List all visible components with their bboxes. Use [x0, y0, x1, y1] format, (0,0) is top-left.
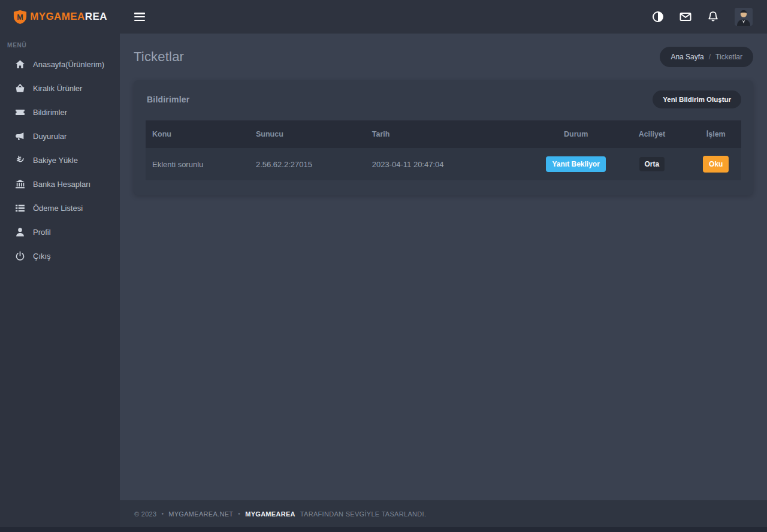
list-icon — [15, 203, 25, 213]
footer-site-link[interactable]: MYGAMEAREA.NET — [168, 510, 233, 518]
brand-name: MYGAMEAREA — [30, 11, 107, 23]
brand-shield-icon: M — [13, 10, 28, 25]
app-window: M MYGAMEAREA MENÜ Anasayfa(Ürünlerim) Ki… — [0, 0, 767, 527]
sidebar-item-label: Ödeme Listesi — [33, 204, 83, 213]
sidebar-item-odeme-listesi[interactable]: Ödeme Listesi — [0, 196, 120, 220]
sidebar-item-label: Duyurular — [33, 132, 67, 141]
content: Ticketlar Ana Sayfa / Ticketlar Bildirim… — [120, 34, 767, 500]
sidebar-item-label: Anasayfa(Ürünlerim) — [33, 60, 104, 69]
brand-logo[interactable]: M MYGAMEAREA — [0, 0, 120, 34]
ticket-icon — [15, 107, 25, 117]
cell-islem: Oku — [690, 148, 741, 180]
sidebar-item-banka-hesaplari[interactable]: Banka Hesapları — [0, 172, 120, 196]
breadcrumb-separator: / — [709, 53, 711, 61]
sidebar-item-anasayfa[interactable]: Anasayfa(Ürünlerim) — [0, 52, 120, 76]
topbar — [120, 0, 767, 34]
read-button[interactable]: Oku — [703, 156, 729, 173]
cell-konu: Eklenti sorunlu — [146, 148, 250, 180]
sidebar-item-profil[interactable]: Profil — [0, 220, 120, 244]
page-title: Ticketlar — [134, 49, 184, 65]
footer: © 2023 • MYGAMEAREA.NET • MYGAMEAREA TAR… — [120, 500, 767, 527]
sidebar: M MYGAMEAREA MENÜ Anasayfa(Ürünlerim) Ki… — [0, 0, 120, 527]
column-header-tarih: Tarih — [366, 120, 539, 148]
sidebar-section-label: MENÜ — [0, 34, 120, 52]
user-avatar[interactable] — [735, 8, 753, 26]
card-header: Bildirimler Yeni Bildirim Oluştur — [134, 80, 753, 118]
page-head: Ticketlar Ana Sayfa / Ticketlar — [134, 47, 753, 67]
home-icon — [15, 59, 25, 69]
user-icon — [15, 227, 25, 237]
sidebar-item-label: Çıkış — [33, 252, 51, 261]
new-notification-button[interactable]: Yeni Bildirim Oluştur — [653, 90, 741, 108]
sidebar-item-duyurular[interactable]: Duyurular — [0, 124, 120, 148]
sidebar-item-label: Profil — [33, 228, 51, 237]
megaphone-icon — [15, 131, 25, 141]
lira-icon — [15, 155, 25, 165]
cell-durum: Yanıt Bekliyor — [539, 148, 613, 180]
svg-text:M: M — [17, 13, 23, 21]
cell-sunucu: 2.56.62.2:27015 — [250, 148, 366, 180]
sidebar-item-label: Banka Hesapları — [33, 180, 90, 189]
priority-badge: Orta — [639, 157, 665, 171]
table-header: Konu Sunucu Tarih Durum Aciliyet İşlem — [146, 120, 741, 148]
column-header-konu: Konu — [146, 120, 250, 148]
footer-tagline: TARAFINDAN SEVGİYLE TASARLANDI. — [300, 510, 426, 518]
bell-icon[interactable] — [707, 11, 719, 23]
mail-icon[interactable] — [680, 11, 691, 23]
sidebar-item-bakiye-yukle[interactable]: Bakiye Yükle — [0, 148, 120, 172]
sidebar-item-kiralik-urunler[interactable]: Kiralık Ürünler — [0, 76, 120, 100]
card-title: Bildirimler — [147, 95, 189, 104]
basket-icon — [15, 83, 25, 93]
sidebar-nav: Anasayfa(Ürünlerim) Kiralık Ürünler Bild… — [0, 52, 120, 268]
status-badge: Yanıt Bekliyor — [546, 156, 605, 172]
sidebar-item-label: Kiralık Ürünler — [33, 84, 82, 93]
power-icon — [15, 251, 25, 261]
contrast-icon[interactable] — [652, 11, 664, 23]
notifications-card: Bildirimler Yeni Bildirim Oluştur Konu S… — [134, 80, 753, 195]
column-header-aciliyet: Aciliyet — [613, 120, 690, 148]
cell-tarih: 2023-04-11 20:47:04 — [366, 148, 539, 180]
column-header-durum: Durum — [539, 120, 613, 148]
column-header-islem: İşlem — [690, 120, 741, 148]
main-area: Ticketlar Ana Sayfa / Ticketlar Bildirim… — [120, 0, 767, 527]
footer-bullet: • — [238, 510, 240, 517]
breadcrumb-current: Ticketlar — [715, 53, 742, 61]
bank-icon — [15, 179, 25, 189]
menu-toggle-icon[interactable] — [134, 13, 145, 21]
sidebar-item-label: Bakiye Yükle — [33, 156, 78, 165]
topbar-actions — [652, 8, 753, 26]
column-header-sunucu: Sunucu — [250, 120, 366, 148]
tickets-table: Konu Sunucu Tarih Durum Aciliyet İşlem E… — [146, 120, 741, 180]
avatar-image — [735, 8, 753, 26]
sidebar-item-cikis[interactable]: Çıkış — [0, 244, 120, 268]
breadcrumb-home-link[interactable]: Ana Sayfa — [671, 53, 703, 61]
cell-aciliyet: Orta — [613, 148, 690, 180]
sidebar-item-bildirimler[interactable]: Bildirimler — [0, 100, 120, 124]
footer-brand: MYGAMEAREA — [245, 510, 295, 518]
table-row: Eklenti sorunlu 2.56.62.2:27015 2023-04-… — [146, 148, 741, 180]
breadcrumb: Ana Sayfa / Ticketlar — [660, 47, 753, 67]
sidebar-item-label: Bildirimler — [33, 108, 67, 117]
footer-copyright: © 2023 — [134, 510, 156, 518]
footer-bullet: • — [161, 510, 164, 517]
